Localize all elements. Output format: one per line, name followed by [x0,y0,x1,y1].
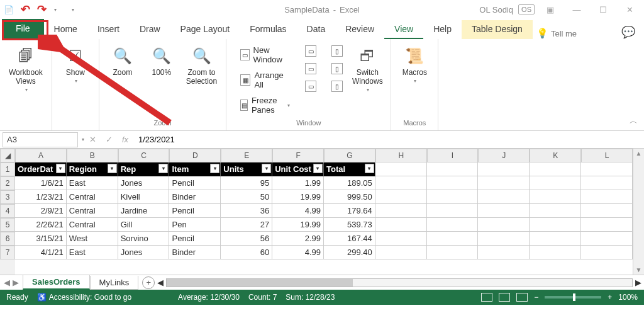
cell[interactable]: 189.05 [324,176,375,190]
sheet-tab-salesorders[interactable]: SalesOrders [23,275,90,290]
cell[interactable] [375,176,427,190]
cell[interactable]: 539.73 [324,218,375,232]
cell[interactable] [427,190,479,204]
cell[interactable]: 1/23/21 [15,190,67,204]
name-box[interactable]: A3 [3,132,78,147]
filter-icon[interactable]: ▾ [262,164,271,173]
row-head[interactable]: 4 [0,204,15,218]
cell[interactable]: 4.99 [272,246,324,259]
vertical-scrollbar[interactable]: ▲▼ [633,149,644,275]
filter-icon[interactable]: ▾ [313,164,323,173]
normal-view-icon[interactable] [481,293,492,302]
table-header[interactable]: OrderDat▾ [15,162,67,176]
tab-review[interactable]: Review [335,20,384,39]
cell[interactable] [427,176,479,190]
cell[interactable] [375,218,427,232]
cell[interactable] [530,162,581,176]
cell[interactable] [427,218,479,232]
hsb-left-icon[interactable]: ◀ [157,278,164,287]
fx-icon[interactable]: fx [117,135,133,144]
tab-pagelayout[interactable]: Page Layout [170,20,240,39]
zoom-button[interactable]: 🔍Zoom [106,44,140,78]
cell[interactable]: Binder [169,190,221,204]
table-header[interactable]: Region▾ [67,162,118,176]
col-head[interactable]: I [427,149,479,162]
comments-icon[interactable]: 💬 [621,25,635,39]
redo-icon[interactable]: ↷ [36,4,47,14]
split-button[interactable]: ▭ [303,44,319,58]
col-head[interactable]: J [478,149,530,162]
cell[interactable]: 56 [221,232,272,246]
tell-me[interactable]: 💡Tell me [536,28,577,39]
cell[interactable]: Pencil [169,232,221,246]
tab-home[interactable]: Home [44,20,87,39]
filter-icon[interactable]: ▾ [210,164,219,173]
zoom-slider[interactable] [545,296,601,299]
col-head[interactable]: D [169,149,221,162]
cell[interactable] [375,204,427,218]
cell[interactable] [375,232,427,246]
cell[interactable] [478,218,530,232]
cell[interactable] [478,162,530,176]
cell[interactable] [581,204,633,218]
col-head[interactable]: L [581,149,633,162]
table-header[interactable]: Units▾ [221,162,272,176]
filter-icon[interactable]: ▾ [56,164,65,173]
cell[interactable] [478,204,530,218]
row-head[interactable]: 2 [0,176,15,190]
cell[interactable] [530,190,581,204]
cell[interactable]: Central [67,204,118,218]
col-head[interactable]: F [272,149,324,162]
view-side-button[interactable]: ▯ [329,44,345,58]
cell[interactable] [530,246,581,259]
col-head[interactable]: C [118,149,170,162]
cell[interactable]: 179.64 [324,204,375,218]
cell[interactable]: 167.44 [324,232,375,246]
cell[interactable]: Pencil [169,176,221,190]
workbook-views-button[interactable]: 🗐Workbook Views▾ [6,44,45,94]
macros-button[interactable]: 📜Macros▾ [397,44,431,85]
cell[interactable] [581,190,633,204]
cell[interactable] [581,246,633,259]
cell[interactable]: 95 [221,176,272,190]
accessibility-status[interactable]: ♿Accessibility: Good to go [37,293,131,302]
zoom-selection-button[interactable]: 🔍Zoom to Selection [184,44,219,87]
cell[interactable]: 4.99 [272,204,324,218]
cell[interactable] [530,232,581,246]
switch-windows-button[interactable]: 🗗Switch Windows▾ [350,44,384,94]
cell[interactable] [478,232,530,246]
save-icon[interactable]: 📄 [4,4,14,14]
cell[interactable] [581,162,633,176]
cell[interactable]: 299.40 [324,246,375,259]
cell[interactable]: Gill [118,218,170,232]
cell[interactable]: Jones [118,246,170,259]
cell[interactable]: East [67,176,118,190]
cell[interactable]: 50 [221,190,272,204]
cell[interactable]: 1/6/21 [15,176,67,190]
add-sheet-button[interactable]: + [142,276,155,289]
cell[interactable] [581,176,633,190]
tab-insert[interactable]: Insert [87,20,130,39]
filter-icon[interactable]: ▾ [108,164,117,173]
sheet-nav-next-icon[interactable]: ▶ [13,278,19,287]
tab-data[interactable]: Data [297,20,336,39]
cell[interactable]: Central [67,218,118,232]
cell[interactable] [375,162,427,176]
cell[interactable]: 36 [221,204,272,218]
undo-icon[interactable]: ↶ [20,4,30,14]
cell[interactable] [530,176,581,190]
col-head[interactable]: K [530,149,581,162]
col-head[interactable]: H [375,149,427,162]
show-button[interactable]: ☑Show▾ [58,44,92,85]
cell[interactable]: Central [67,190,118,204]
filter-icon[interactable]: ▾ [365,164,374,173]
col-head[interactable]: E [221,149,272,162]
row-head[interactable]: 1 [0,162,15,176]
cell[interactable]: 2/9/21 [15,204,67,218]
cell[interactable] [581,218,633,232]
select-all[interactable]: ◢ [0,149,15,162]
cell[interactable] [427,204,479,218]
col-head[interactable]: G [324,149,375,162]
col-head[interactable]: A [15,149,67,162]
cell[interactable] [530,204,581,218]
